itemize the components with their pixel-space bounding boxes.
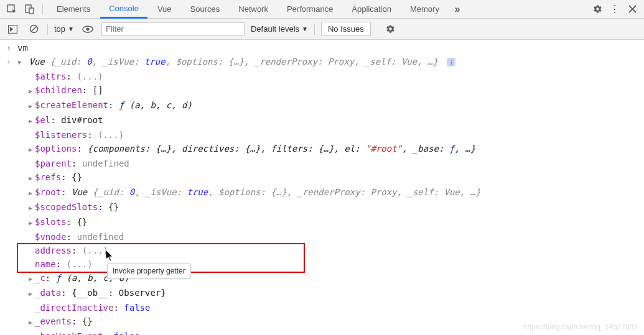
prop-address[interactable]: address: (...) <box>0 244 644 257</box>
prop-directinactive[interactable]: _directInactive: false <box>0 301 644 314</box>
tab-sources[interactable]: Sources <box>182 0 229 19</box>
expand-arrow-icon[interactable] <box>29 99 35 113</box>
filter-input[interactable] <box>101 22 245 36</box>
dropdown-icon: ▼ <box>302 25 308 32</box>
prop-parent[interactable]: $parent: undefined <box>0 157 644 170</box>
hover-tooltip: Invoke property getter <box>107 264 191 278</box>
console-toolbar: top ▼ Default levels ▼ No Issues <box>0 19 644 40</box>
separator <box>314 24 315 35</box>
prop-data[interactable]: _data: {__ob__: Observer} <box>0 286 644 301</box>
device-toolbar-icon[interactable] <box>21 1 37 17</box>
separator <box>42 4 43 15</box>
prop-listeners[interactable]: $listeners: (...) <box>0 128 644 142</box>
console-input-echo: › vm <box>0 41 644 55</box>
object-class: Vue <box>29 57 44 67</box>
prop-createelement[interactable]: $createElement: ƒ (a, b, c, d) <box>0 98 644 113</box>
prop-children[interactable]: $children: [] <box>0 83 644 98</box>
expand-arrow-icon[interactable] <box>17 56 24 70</box>
prop-options[interactable]: $options: {components: {…}, directives: … <box>0 142 644 157</box>
expand-arrow-icon[interactable] <box>29 114 35 128</box>
expand-arrow-icon[interactable] <box>29 316 35 329</box>
prop-el[interactable]: $el: div#root <box>0 113 644 128</box>
close-icon[interactable] <box>624 1 640 17</box>
prop-attrs[interactable]: $attrs: (...) <box>0 70 644 83</box>
issues-button[interactable]: No Issues <box>321 22 371 36</box>
devtools-tabbar: Elements Console Vue Sources Network Per… <box>0 0 644 19</box>
input-text: vm <box>14 41 28 55</box>
info-badge-icon[interactable]: i <box>447 58 455 67</box>
prop-root[interactable]: $root: Vue {_uid: 0, _isVue: true, $opti… <box>0 185 644 200</box>
expand-arrow-icon[interactable] <box>29 186 35 200</box>
tab-network[interactable]: Network <box>230 0 277 19</box>
prop-name[interactable]: name: (...) <box>0 257 644 271</box>
kebab-menu-icon[interactable]: ⋮ <box>607 1 623 17</box>
expand-arrow-icon[interactable] <box>29 272 35 286</box>
levels-label: Default levels <box>251 24 299 34</box>
context-label: top <box>54 24 65 34</box>
svg-line-5 <box>31 26 36 31</box>
tab-application[interactable]: Application <box>343 0 400 19</box>
expand-arrow-icon[interactable] <box>29 216 35 230</box>
prop-slots[interactable]: $slots: {} <box>0 215 644 230</box>
prop-refs[interactable]: $refs: {} <box>0 170 644 185</box>
inspect-element-icon[interactable] <box>4 1 20 17</box>
tab-vue[interactable]: Vue <box>149 0 180 19</box>
context-selector[interactable]: top ▼ <box>54 24 74 34</box>
expand-arrow-icon[interactable] <box>29 85 35 98</box>
tab-elements[interactable]: Elements <box>48 0 99 19</box>
watermark-text: https://blog.csdn.net/qq_54527592 <box>523 323 638 331</box>
console-settings-icon[interactable] <box>383 22 398 37</box>
prop-vnode[interactable]: $vnode: undefined <box>0 230 644 244</box>
prop-c[interactable]: _c: ƒ (a, b, c, d) <box>0 271 644 286</box>
prop-scopedslots[interactable]: $scopedSlots: {} <box>0 200 644 215</box>
live-expression-icon[interactable] <box>80 22 95 37</box>
svg-point-7 <box>86 27 89 30</box>
sidebar-toggle-icon[interactable] <box>5 22 20 37</box>
more-tabs-icon[interactable]: » <box>449 1 465 17</box>
expand-arrow-icon[interactable] <box>29 143 35 157</box>
console-result[interactable]: ‹ Vue {_uid: 0, _isVue: true, $options: … <box>0 55 644 70</box>
output-chevron-icon: ‹ <box>4 55 14 68</box>
settings-icon[interactable] <box>589 1 605 17</box>
svg-rect-2 <box>29 8 34 14</box>
expand-arrow-icon[interactable] <box>29 201 35 215</box>
console-output: › vm ‹ Vue {_uid: 0, _isVue: true, $opti… <box>0 40 644 335</box>
input-chevron-icon: › <box>4 41 14 55</box>
dropdown-icon: ▼ <box>68 25 74 32</box>
tab-memory[interactable]: Memory <box>401 0 448 19</box>
separator <box>47 24 48 35</box>
expand-arrow-icon[interactable] <box>29 172 35 185</box>
clear-console-icon[interactable] <box>26 22 41 37</box>
log-levels-selector[interactable]: Default levels ▼ <box>251 24 308 34</box>
expand-arrow-icon[interactable] <box>29 287 35 301</box>
tab-console[interactable]: Console <box>100 0 147 19</box>
tab-performance[interactable]: Performance <box>278 0 342 19</box>
